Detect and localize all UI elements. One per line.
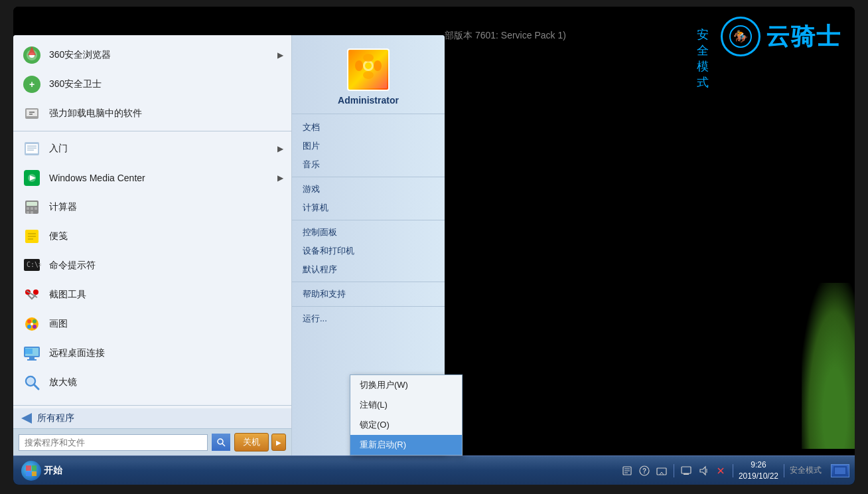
taskbar-icon-volume[interactable] — [697, 464, 710, 477]
right-item-computer[interactable]: 计算机 — [292, 199, 445, 217]
search-input[interactable] — [19, 434, 208, 451]
taskbar-icon-help[interactable]: ? — [638, 464, 651, 477]
menu-item-paint[interactable]: 画图 — [13, 309, 291, 339]
svg-point-54 — [374, 60, 382, 71]
stickynotes-label: 便笺 — [49, 230, 283, 242]
right-sep-4 — [292, 306, 445, 307]
svg-point-47 — [27, 378, 34, 384]
yunqishi-logo: 安全模式 🏇 云骑士 — [721, 17, 841, 56]
context-item-switch-user[interactable]: 切换用户(W) — [350, 375, 462, 395]
svg-rect-20 — [27, 202, 37, 206]
context-item-logout[interactable]: 注销(L) — [350, 395, 462, 415]
svg-line-48 — [34, 384, 38, 389]
search-button[interactable] — [212, 434, 230, 451]
right-item-help[interactable]: 帮助和支持 — [292, 285, 445, 303]
shutdown-arrow-button[interactable]: ▶ — [271, 434, 286, 451]
svg-rect-44 — [27, 359, 36, 361]
menu-item-intro[interactable]: 入门 ▶ — [13, 134, 291, 163]
taskbar-icon-clipboard[interactable] — [620, 464, 634, 477]
search-bar: 关机 ▶ — [13, 428, 291, 455]
menu-item-magnifier[interactable]: 放大镜 — [13, 368, 291, 397]
right-item-devices[interactable]: 设备和打印机 — [292, 242, 445, 260]
menu-item-stickynotes[interactable]: 便笺 — [13, 222, 291, 251]
menu-item-snip[interactable]: 截图工具 — [13, 280, 291, 309]
svg-text:?: ? — [642, 467, 646, 475]
rdp-icon — [21, 343, 42, 364]
right-item-run[interactable]: 运行... — [292, 309, 445, 328]
browser360-arrow: ▶ — [277, 50, 283, 60]
svg-rect-43 — [29, 357, 35, 359]
svg-point-40 — [31, 323, 33, 325]
taskbar-icon-x[interactable] — [714, 464, 727, 477]
all-programs-row[interactable]: 所有程序 — [13, 408, 291, 428]
rdp-label: 远程桌面连接 — [49, 347, 283, 359]
svg-rect-23 — [35, 207, 37, 210]
svg-rect-12 — [26, 144, 38, 153]
right-item-documents[interactable]: 文档 — [292, 118, 445, 137]
wmc-arrow: ▶ — [277, 173, 283, 183]
clock-time: 9:26 — [739, 459, 778, 471]
menu-item-calculator[interactable]: 计算器 — [13, 193, 291, 222]
menu-item-browser360[interactable]: 360安全浏览器 ▶ — [13, 41, 291, 70]
svg-text:🏇: 🏇 — [733, 29, 749, 44]
wmc-label: Windows Media Center — [49, 173, 271, 183]
svg-rect-24 — [27, 211, 29, 214]
svg-rect-21 — [27, 207, 29, 210]
menu-item-uninstall[interactable]: 强力卸载电脑中的软件 — [13, 99, 291, 128]
taskbar-clock: 9:26 2019/10/22 — [739, 459, 778, 482]
svg-point-38 — [27, 325, 31, 329]
menu-item-guard360[interactable]: + 360安全卫士 — [13, 70, 291, 99]
search-icon — [216, 438, 226, 447]
avatar-icon — [350, 51, 387, 88]
magnifier-icon — [21, 372, 42, 393]
menu-item-wmc[interactable]: Windows Media Center ▶ — [13, 163, 291, 193]
svg-point-56 — [363, 71, 374, 79]
wmc-icon — [21, 167, 42, 189]
browser360-icon — [21, 44, 42, 66]
svg-rect-66 — [684, 473, 689, 475]
svg-rect-64 — [657, 468, 666, 475]
taskbar-icon-network[interactable] — [655, 464, 668, 477]
all-programs-arrow-icon — [21, 413, 32, 424]
separator-1 — [13, 131, 291, 131]
right-sep-1 — [292, 177, 445, 177]
yunqishi-icon: 🏇 — [721, 17, 760, 56]
shutdown-context-menu: 切换用户(W) 注销(L) 锁定(O) 重新启动(R) — [350, 374, 463, 455]
svg-line-50 — [222, 444, 225, 446]
right-item-games[interactable]: 游戏 — [292, 180, 445, 199]
paint-label: 画图 — [49, 318, 283, 330]
menu-item-rdp[interactable]: 远程桌面连接 — [13, 339, 291, 368]
plant-right — [802, 283, 855, 455]
svg-marker-67 — [700, 467, 705, 475]
right-item-pictures[interactable]: 图片 — [292, 137, 445, 155]
taskbar-icon-monitor[interactable] — [680, 464, 693, 477]
uninstall-label: 强力卸载电脑中的软件 — [49, 108, 283, 120]
start-button[interactable]: 开始 — [13, 458, 70, 483]
context-item-restart[interactable]: 重新启动(R) — [350, 435, 462, 455]
right-item-music[interactable]: 音乐 — [292, 155, 445, 174]
menu-item-cmd[interactable]: C:\>_ 命令提示符 — [13, 251, 291, 280]
svg-rect-26 — [35, 211, 37, 214]
right-item-defaults[interactable]: 默认程序 — [292, 260, 445, 279]
user-avatar-area: Administrator — [292, 43, 445, 114]
safe-mode-taskbar-label: 安全模式 — [790, 465, 822, 476]
svg-point-49 — [218, 439, 223, 444]
right-sep-2 — [292, 220, 445, 220]
taskbar: 开始 ? — [13, 455, 855, 485]
taskbar-separator-1 — [674, 464, 674, 477]
all-programs-label: 所有程序 — [37, 412, 74, 424]
svg-rect-25 — [31, 211, 33, 214]
shutdown-button[interactable]: 关机 — [234, 433, 269, 452]
username-label: Administrator — [338, 95, 399, 106]
context-item-lock[interactable]: 锁定(O) — [350, 415, 462, 435]
right-item-controlpanel[interactable]: 控制面板 — [292, 223, 445, 242]
menu-items-list: 360安全浏览器 ▶ + 360安全卫士 — [13, 35, 291, 402]
cmd-icon: C:\>_ — [21, 255, 42, 276]
svg-point-36 — [27, 319, 31, 323]
cmd-label: 命令提示符 — [49, 260, 283, 272]
svg-text:+: + — [29, 79, 35, 90]
version-text: 部版本 7601: Service Pack 1) — [445, 30, 566, 42]
svg-point-39 — [33, 325, 36, 329]
svg-rect-45 — [25, 349, 33, 354]
svg-rect-65 — [682, 467, 691, 473]
